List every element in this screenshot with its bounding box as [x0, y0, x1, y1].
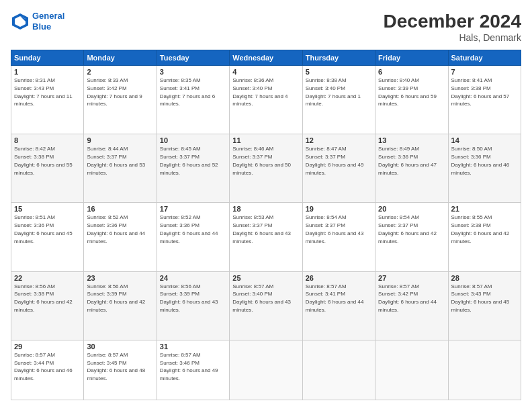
day-number: 16: [87, 205, 153, 213]
calendar-cell: 14Sunrise: 8:50 AMSunset: 3:36 PMDayligh…: [448, 134, 521, 203]
day-detail: Sunrise: 8:47 AMSunset: 3:37 PMDaylight:…: [306, 146, 364, 175]
day-detail: Sunrise: 8:44 AMSunset: 3:37 PMDaylight:…: [87, 146, 145, 175]
day-detail: Sunrise: 8:56 AMSunset: 3:39 PMDaylight:…: [87, 283, 145, 313]
day-detail: Sunrise: 8:57 AMSunset: 3:46 PMDaylight:…: [160, 352, 218, 381]
calendar-cell: 29Sunrise: 8:57 AMSunset: 3:44 PMDayligh…: [11, 340, 84, 400]
day-number: 17: [160, 205, 226, 213]
weekday-header-wednesday: Wednesday: [230, 50, 302, 66]
day-number: 6: [378, 68, 445, 76]
page: General Blue December 2024 Hals, Denmark…: [0, 0, 532, 411]
day-number: 26: [306, 274, 372, 282]
logo: General Blue: [11, 11, 64, 32]
day-number: 5: [306, 68, 372, 76]
day-detail: Sunrise: 8:36 AMSunset: 3:40 PMDaylight:…: [232, 77, 287, 107]
main-title: December 2024: [384, 11, 521, 32]
weekday-header-sunday: Sunday: [11, 50, 84, 66]
calendar-cell: [375, 340, 448, 400]
day-number: 11: [232, 136, 299, 144]
weekday-header-tuesday: Tuesday: [157, 50, 229, 66]
calendar-header-row: SundayMondayTuesdayWednesdayThursdayFrid…: [11, 50, 521, 66]
day-number: 9: [87, 136, 153, 144]
calendar-cell: 20Sunrise: 8:54 AMSunset: 3:37 PMDayligh…: [375, 203, 448, 271]
calendar-cell: 2Sunrise: 8:33 AMSunset: 3:42 PMDaylight…: [84, 66, 157, 134]
weekday-header-saturday: Saturday: [448, 50, 521, 66]
day-number: 1: [14, 68, 81, 76]
day-detail: Sunrise: 8:46 AMSunset: 3:37 PMDaylight:…: [232, 146, 291, 175]
day-detail: Sunrise: 8:55 AMSunset: 3:38 PMDaylight:…: [451, 214, 510, 244]
day-detail: Sunrise: 8:57 AMSunset: 3:45 PMDaylight:…: [87, 352, 145, 381]
title-block: December 2024 Hals, Denmark: [384, 11, 521, 43]
day-detail: Sunrise: 8:51 AMSunset: 3:36 PMDaylight:…: [14, 214, 73, 244]
day-detail: Sunrise: 8:57 AMSunset: 3:40 PMDaylight:…: [232, 283, 291, 313]
calendar-cell: 24Sunrise: 8:56 AMSunset: 3:39 PMDayligh…: [157, 271, 229, 340]
calendar-cell: 17Sunrise: 8:52 AMSunset: 3:36 PMDayligh…: [157, 203, 229, 271]
day-detail: Sunrise: 8:50 AMSunset: 3:36 PMDaylight:…: [451, 146, 510, 175]
day-number: 12: [306, 136, 372, 144]
calendar-week-row: 15Sunrise: 8:51 AMSunset: 3:36 PMDayligh…: [11, 203, 521, 271]
day-number: 31: [160, 342, 226, 351]
calendar-cell: 6Sunrise: 8:40 AMSunset: 3:39 PMDaylight…: [375, 66, 448, 134]
calendar-cell: 18Sunrise: 8:53 AMSunset: 3:37 PMDayligh…: [230, 203, 302, 271]
day-number: 23: [87, 274, 153, 282]
logo-icon: [11, 12, 30, 31]
day-number: 14: [451, 136, 518, 144]
calendar-cell: 19Sunrise: 8:54 AMSunset: 3:37 PMDayligh…: [302, 203, 375, 271]
calendar-cell: 22Sunrise: 8:56 AMSunset: 3:38 PMDayligh…: [11, 271, 84, 340]
calendar-body: 1Sunrise: 8:31 AMSunset: 3:43 PMDaylight…: [11, 66, 521, 400]
day-number: 19: [306, 205, 372, 213]
day-number: 20: [378, 205, 445, 213]
day-number: 29: [14, 342, 81, 351]
calendar-cell: 27Sunrise: 8:57 AMSunset: 3:42 PMDayligh…: [375, 271, 448, 340]
day-number: 27: [378, 274, 445, 282]
day-number: 7: [451, 68, 518, 76]
day-detail: Sunrise: 8:57 AMSunset: 3:42 PMDaylight:…: [378, 283, 437, 313]
day-number: 8: [14, 136, 81, 144]
calendar-cell: 26Sunrise: 8:57 AMSunset: 3:41 PMDayligh…: [302, 271, 375, 340]
day-number: 22: [14, 274, 81, 282]
day-detail: Sunrise: 8:56 AMSunset: 3:38 PMDaylight:…: [14, 283, 73, 313]
day-number: 18: [232, 205, 299, 213]
day-number: 15: [14, 205, 81, 213]
day-detail: Sunrise: 8:57 AMSunset: 3:41 PMDaylight:…: [306, 283, 364, 313]
day-number: 28: [451, 274, 518, 282]
calendar-cell: 9Sunrise: 8:44 AMSunset: 3:37 PMDaylight…: [84, 134, 157, 203]
day-number: 4: [232, 68, 299, 76]
day-detail: Sunrise: 8:54 AMSunset: 3:37 PMDaylight:…: [378, 214, 437, 244]
calendar-cell: 31Sunrise: 8:57 AMSunset: 3:46 PMDayligh…: [157, 340, 229, 400]
weekday-header-thursday: Thursday: [302, 50, 375, 66]
day-detail: Sunrise: 8:52 AMSunset: 3:36 PMDaylight:…: [160, 214, 218, 244]
day-detail: Sunrise: 8:49 AMSunset: 3:36 PMDaylight:…: [378, 146, 437, 175]
calendar-week-row: 22Sunrise: 8:56 AMSunset: 3:38 PMDayligh…: [11, 271, 521, 340]
day-detail: Sunrise: 8:45 AMSunset: 3:37 PMDaylight:…: [160, 146, 218, 175]
calendar-cell: 30Sunrise: 8:57 AMSunset: 3:45 PMDayligh…: [84, 340, 157, 400]
subtitle: Hals, Denmark: [384, 32, 521, 43]
day-number: 10: [160, 136, 226, 144]
day-number: 3: [160, 68, 226, 76]
day-detail: Sunrise: 8:57 AMSunset: 3:44 PMDaylight:…: [14, 352, 73, 381]
day-number: 24: [160, 274, 226, 282]
calendar-cell: 4Sunrise: 8:36 AMSunset: 3:40 PMDaylight…: [230, 66, 302, 134]
calendar-cell: 21Sunrise: 8:55 AMSunset: 3:38 PMDayligh…: [448, 203, 521, 271]
day-number: 30: [87, 342, 153, 351]
day-number: 2: [87, 68, 153, 76]
calendar-cell: 5Sunrise: 8:38 AMSunset: 3:40 PMDaylight…: [302, 66, 375, 134]
calendar-week-row: 8Sunrise: 8:42 AMSunset: 3:38 PMDaylight…: [11, 134, 521, 203]
day-detail: Sunrise: 8:35 AMSunset: 3:41 PMDaylight:…: [160, 77, 215, 107]
weekday-header-friday: Friday: [375, 50, 448, 66]
day-number: 13: [378, 136, 445, 144]
day-detail: Sunrise: 8:52 AMSunset: 3:36 PMDaylight:…: [87, 214, 145, 244]
day-detail: Sunrise: 8:33 AMSunset: 3:42 PMDaylight:…: [87, 77, 142, 107]
calendar-table: SundayMondayTuesdayWednesdayThursdayFrid…: [11, 50, 521, 400]
calendar-cell: 3Sunrise: 8:35 AMSunset: 3:41 PMDaylight…: [157, 66, 229, 134]
logo-text: General Blue: [32, 11, 64, 32]
weekday-header-monday: Monday: [84, 50, 157, 66]
day-detail: Sunrise: 8:38 AMSunset: 3:40 PMDaylight:…: [306, 77, 361, 107]
calendar-cell: 28Sunrise: 8:57 AMSunset: 3:43 PMDayligh…: [448, 271, 521, 340]
calendar-cell: 16Sunrise: 8:52 AMSunset: 3:36 PMDayligh…: [84, 203, 157, 271]
day-number: 21: [451, 205, 518, 213]
calendar-cell: 1Sunrise: 8:31 AMSunset: 3:43 PMDaylight…: [11, 66, 84, 134]
calendar-cell: 23Sunrise: 8:56 AMSunset: 3:39 PMDayligh…: [84, 271, 157, 340]
calendar-cell: 11Sunrise: 8:46 AMSunset: 3:37 PMDayligh…: [230, 134, 302, 203]
calendar-week-row: 1Sunrise: 8:31 AMSunset: 3:43 PMDaylight…: [11, 66, 521, 134]
header: General Blue December 2024 Hals, Denmark: [11, 11, 521, 43]
